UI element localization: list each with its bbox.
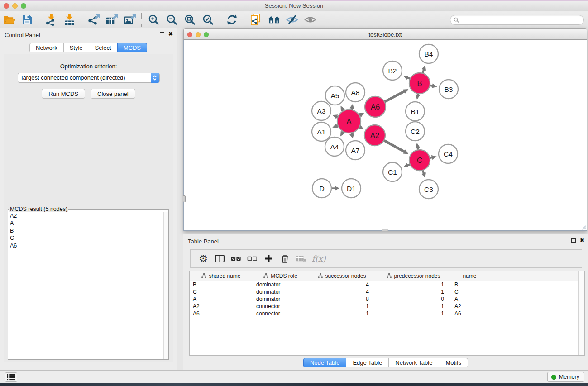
graph-node-label-B1: B1 (411, 108, 420, 115)
deselect-all-icon[interactable] (244, 251, 260, 267)
tab-style[interactable]: Style (63, 43, 89, 52)
graph-arrowhead (416, 143, 420, 148)
resize-grip-icon[interactable] (581, 224, 586, 230)
export-table-icon[interactable] (104, 13, 119, 27)
splitter-handle-left[interactable] (183, 195, 186, 202)
add-icon[interactable] (260, 251, 277, 267)
table-row[interactable]: Cdominator41C (190, 288, 584, 295)
hide-selected-icon[interactable] (284, 13, 300, 27)
cell-predecessor-nodes: 1 (376, 281, 451, 288)
export-image-icon[interactable] (122, 13, 137, 27)
tab-network[interactable]: Network (29, 43, 64, 52)
zoom-out-icon[interactable] (164, 13, 179, 27)
search-box[interactable] (450, 15, 584, 25)
table-row[interactable]: A6connector11A6 (190, 310, 584, 317)
close-panel-icon[interactable]: ✖ (168, 32, 173, 36)
memory-label: Memory (559, 374, 579, 380)
column-header-successor-nodes[interactable]: successor nodes (308, 271, 376, 281)
show-all-icon[interactable] (302, 13, 318, 27)
table-panel-title: Table Panel (188, 238, 219, 245)
graph-node-label-A4: A4 (330, 143, 339, 151)
column-header-name[interactable]: name (451, 271, 488, 281)
select-all-icon[interactable] (228, 251, 244, 267)
desktop-background (0, 383, 588, 386)
list-scrollbar[interactable] (163, 212, 168, 359)
table-toolbar: ⚙ f(x) (190, 249, 582, 268)
mcds-result-title: MCDS result (5 nodes) (9, 206, 68, 212)
table-scrollbar[interactable] (578, 271, 584, 355)
splitter-handle-bottom[interactable] (382, 229, 388, 231)
cell-mcds-role: connector (253, 303, 308, 310)
run-mcds-button[interactable]: Run MCDS (42, 89, 85, 99)
cell-mcds-role: connector (253, 310, 308, 317)
graph-node-label-A7: A7 (351, 147, 360, 154)
column-type-icon (263, 273, 268, 278)
column-type-icon (387, 273, 392, 278)
task-history-button[interactable] (5, 372, 17, 382)
network-view-window: testGlobe.txt AA1A2A3A4A5A6A7A8BB1B2B3B4… (183, 28, 587, 231)
first-neighbors-icon[interactable] (266, 13, 282, 27)
table-row[interactable]: A2connector11A2 (190, 303, 584, 310)
tab-edge-table[interactable]: Edge Table (346, 358, 389, 367)
graph-node-label-C: C (417, 156, 422, 164)
search-icon (454, 17, 459, 23)
search-input[interactable] (461, 17, 583, 23)
column-header-predecessor-nodes[interactable]: predecessor nodes (376, 271, 451, 281)
mcds-result-list[interactable]: A2ABCA6 (8, 212, 168, 359)
optimization-criterion-label: Optimization criterion: (4, 63, 173, 70)
graph-node-label-D: D (319, 185, 324, 192)
graph-node-label-B3: B3 (445, 86, 453, 93)
column-header-mcds-role[interactable]: MCDS role (253, 271, 308, 281)
graph-node-label-A2: A2 (370, 131, 379, 139)
mcds-result-item[interactable]: A2 (8, 212, 168, 219)
delete-table-icon (293, 251, 309, 267)
cell-successor-nodes: 1 (308, 310, 376, 317)
gear-icon[interactable]: ⚙ (195, 251, 211, 267)
network-graph[interactable]: AA1A2A3A4A5A6A7A8BB1B2B3B4CC1C2C3C4DD1 (184, 40, 587, 230)
cell-successor-nodes: 4 (308, 288, 376, 295)
column-type-icon (201, 273, 206, 278)
tab-motifs[interactable]: Motifs (439, 358, 468, 367)
cell-predecessor-nodes: 1 (376, 310, 451, 317)
columns-icon[interactable] (211, 251, 228, 267)
cell-predecessor-nodes: 1 (376, 303, 451, 310)
table-row[interactable]: Bdominator41B (190, 281, 584, 288)
new-network-from-selection-icon[interactable] (248, 13, 263, 27)
column-label: name (463, 273, 476, 279)
mcds-result-item[interactable]: A (8, 219, 168, 227)
mcds-result-item[interactable]: B (8, 227, 168, 234)
open-session-icon[interactable] (1, 13, 17, 27)
zoom-selected-icon[interactable] (200, 13, 215, 27)
trash-icon[interactable] (277, 251, 293, 267)
graph-node-label-C4: C4 (444, 150, 453, 158)
import-network-icon[interactable] (43, 13, 59, 27)
float-table-panel-icon[interactable] (571, 238, 576, 243)
graph-arrowhead (349, 133, 354, 139)
mcds-result-item[interactable]: A6 (8, 242, 168, 249)
network-window-titlebar[interactable]: testGlobe.txt (183, 28, 587, 40)
column-header-shared-name[interactable]: shared name (190, 271, 253, 281)
memory-button[interactable]: Memory (547, 372, 584, 382)
tab-select[interactable]: Select (89, 43, 118, 52)
network-canvas[interactable]: AA1A2A3A4A5A6A7A8BB1B2B3B4CC1C2C3C4DD1 (183, 40, 587, 231)
save-session-icon[interactable] (19, 13, 35, 27)
graph-node-label-B: B (417, 79, 422, 87)
criterion-dropdown[interactable]: largest connected component (directed) (18, 73, 160, 83)
zoom-in-icon[interactable] (146, 13, 161, 27)
mcds-result-item[interactable]: C (8, 234, 168, 242)
column-type-icon (318, 273, 323, 278)
export-network-icon[interactable] (86, 13, 101, 27)
float-panel-icon[interactable] (160, 32, 164, 36)
tab-node-table[interactable]: Node Table (303, 358, 347, 367)
import-table-icon[interactable] (62, 13, 77, 27)
tab-network-table[interactable]: Network Table (388, 358, 439, 367)
refresh-icon[interactable] (224, 13, 239, 27)
close-table-panel-icon[interactable]: ✖ (580, 238, 584, 243)
zoom-fit-icon[interactable] (182, 13, 197, 27)
list-icon (7, 374, 15, 381)
node-table[interactable]: shared nameMCDS rolesuccessor nodesprede… (189, 271, 585, 356)
table-row[interactable]: Adominator80A (190, 295, 584, 303)
tab-mcds[interactable]: MCDS (117, 43, 147, 52)
close-panel-button[interactable]: Close panel (91, 89, 135, 99)
column-label: MCDS role (271, 273, 297, 279)
